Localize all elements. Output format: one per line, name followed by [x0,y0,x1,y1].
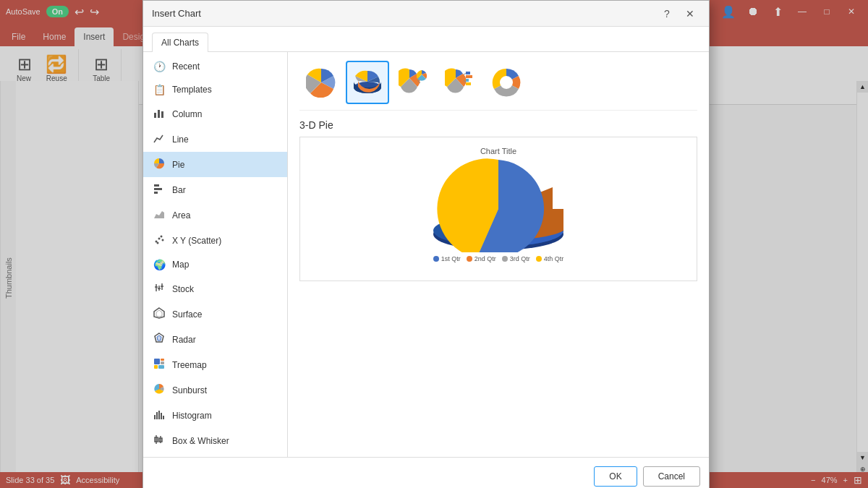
pie-icon [152,158,166,171]
legend-dot-3 [502,256,508,262]
svg-rect-0 [154,113,156,118]
dialog-body: 🕐 Recent 📋 Templates Column Line [143,52,709,457]
category-pie-label: Pie [172,160,184,170]
svg-rect-29 [156,412,158,419]
chart-legend: 1st Qtr 2nd Qtr 3rd Qtr 4th Qtr [433,255,564,262]
dialog-title-bar: Insert Chart ? ✕ [143,1,709,27]
svg-rect-22 [154,359,160,364]
category-box-whisker-label: Box & Whisker [172,436,229,446]
tab-all-charts[interactable]: All Charts [152,33,208,52]
svg-point-9 [161,236,163,238]
ok-button[interactable]: OK [594,466,637,487]
legend-label-2: 2nd Qtr [475,255,496,262]
category-radar[interactable]: Radar [143,327,287,352]
category-sunburst-label: Sunburst [172,385,207,395]
category-line[interactable]: Line [143,127,287,152]
preview-container: Chart Title [306,143,691,266]
chart-preview-title: Chart Title [480,147,516,155]
category-radar-label: Radar [172,335,196,345]
column-icon [152,107,166,121]
svg-rect-54 [466,75,472,78]
category-stock-label: Stock [172,284,194,294]
category-bar-label: Bar [172,185,186,195]
templates-icon: 📋 [152,84,166,95]
svg-marker-21 [157,335,161,341]
category-box-whisker[interactable]: Box & Whisker [143,428,287,453]
svg-marker-6 [154,211,164,218]
sunburst-icon [152,383,166,397]
category-map[interactable]: 🌍 Map [143,253,287,276]
category-column[interactable]: Column [143,101,287,127]
svg-rect-2 [161,111,163,118]
dialog-title: Insert Chart [152,8,201,19]
category-surface[interactable]: Surface [143,301,287,327]
dialog-close-btn[interactable]: ✕ [680,5,700,22]
legend-label-3: 3rd Qtr [510,255,530,262]
map-icon: 🌍 [152,259,166,270]
dialog-controls: ? ✕ [657,5,700,22]
category-stock[interactable]: Stock [143,276,287,301]
svg-point-10 [157,242,159,244]
category-treemap-label: Treemap [172,360,207,370]
legend-item-1: 1st Qtr [433,255,461,262]
category-map-label: Map [172,260,189,270]
legend-item-4: 4th Qtr [536,255,564,262]
scatter-icon [152,234,166,247]
chart-content: 3-D Pie Chart Title [288,52,709,457]
svg-marker-19 [156,310,162,317]
bar-icon [152,183,166,197]
svg-point-8 [158,238,161,240]
category-xy-scatter[interactable]: X Y (Scatter) [143,228,287,253]
dialog-help-btn[interactable]: ? [657,5,677,22]
svg-rect-32 [163,416,164,419]
chart-name: 3-D Pie [299,119,697,131]
category-area[interactable]: Area [143,202,287,228]
radar-icon [152,333,166,346]
category-sunburst[interactable]: Sunburst [143,377,287,403]
chart-type-pie[interactable] [299,61,343,104]
svg-point-11 [162,239,164,241]
chart-type-donut[interactable] [485,61,528,104]
category-bar[interactable]: Bar [143,177,287,202]
dialog-tabs: All Charts [143,27,709,52]
svg-rect-24 [161,361,164,364]
category-treemap[interactable]: Treemap [143,352,287,377]
svg-point-57 [500,76,513,89]
category-xy-scatter-label: X Y (Scatter) [172,236,221,246]
legend-dot-4 [536,256,542,262]
svg-rect-30 [158,411,160,419]
svg-rect-5 [154,192,158,194]
svg-rect-1 [158,110,160,118]
category-histogram[interactable]: Histogram [143,403,287,428]
svg-rect-23 [161,359,164,361]
svg-rect-56 [466,82,471,85]
svg-rect-28 [154,415,156,419]
pie-chart-svg [412,158,585,252]
category-column-label: Column [172,109,202,119]
chart-type-3d-pie[interactable] [346,61,389,104]
category-histogram-label: Histogram [172,411,212,421]
category-recent[interactable]: 🕐 Recent [143,55,287,78]
svg-rect-26 [158,365,164,369]
box-whisker-icon [152,434,166,448]
svg-rect-31 [161,413,162,419]
chart-type-bar-of-pie[interactable] [438,61,482,104]
category-recent-label: Recent [172,61,200,72]
category-line-label: Line [172,134,189,145]
svg-rect-25 [154,365,158,369]
category-list: 🕐 Recent 📋 Templates Column Line [143,52,288,457]
legend-dot-2 [467,256,472,262]
category-templates[interactable]: 📋 Templates [143,78,287,101]
histogram-icon [152,408,166,422]
legend-label-4: 4th Qtr [544,255,564,262]
svg-rect-4 [154,188,162,190]
category-pie[interactable]: Pie [143,152,287,177]
svg-rect-3 [154,184,159,187]
recent-icon: 🕐 [152,61,166,72]
stock-icon [152,282,166,296]
chart-type-pie-of-pie[interactable] [392,61,435,104]
legend-item-2: 2nd Qtr [467,255,496,262]
legend-dot-1 [433,256,439,262]
cancel-button[interactable]: Cancel [643,466,700,487]
dialog-footer: OK Cancel [143,457,709,488]
